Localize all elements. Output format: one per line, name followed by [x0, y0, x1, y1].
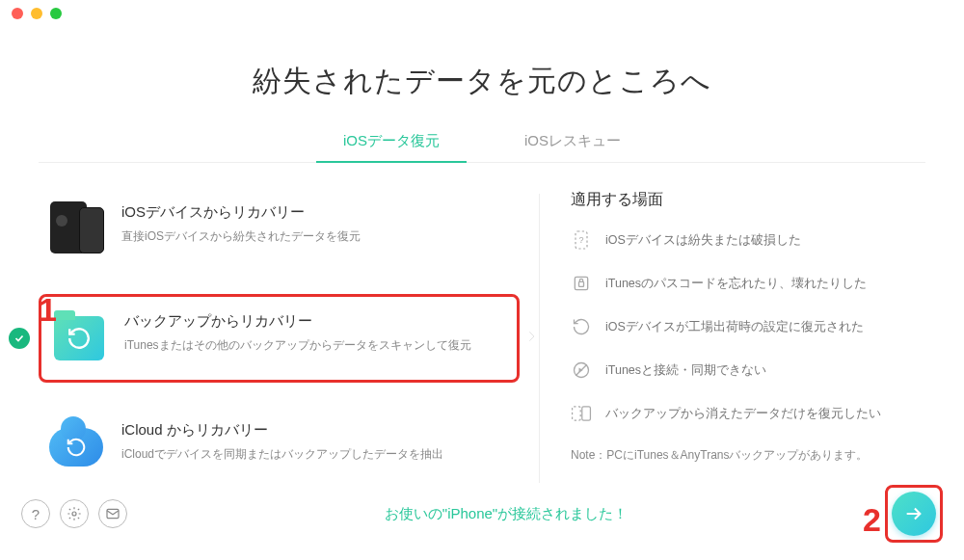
mail-button[interactable] [98, 499, 127, 528]
option-title: バックアップからリカバリー [124, 312, 507, 331]
tab-ios-data-recovery[interactable]: iOSデータ復元 [339, 124, 443, 162]
svg-point-8 [72, 512, 76, 516]
restore-icon [571, 316, 592, 337]
option-recover-from-backup[interactable]: バックアップからリカバリー iTunesまたはその他のバックアップからデータをス… [39, 294, 520, 383]
main-content: iOSデバイスからリカバリー 直接iOSデバイスから紛失されたデータを復元 バッ… [39, 190, 925, 487]
scenario-item: iTunesのパスコードを忘れたり、壊れたりした [571, 273, 925, 294]
partial-backup-icon [571, 403, 592, 424]
scenario-item: ? iOSデバイスは紛失または破損した [571, 229, 925, 251]
scenarios-column: 適用する場面 ? iOSデバイスは紛失または破損した iTunesのパスコードを… [540, 190, 925, 487]
scenario-item: iTunesと接続・同期できない [571, 360, 925, 381]
device-icon [48, 201, 104, 257]
help-button[interactable]: ? [21, 499, 50, 528]
scenarios-note: Note：PCにiTunes＆AnyTransバックアップがあります。 [571, 447, 925, 464]
chevron-right-icon [524, 325, 538, 352]
window-titlebar [0, 0, 964, 27]
tab-bar: iOSデータ復元 iOSレスキュー [39, 124, 925, 163]
connection-status: お使いの"iPhone"が接続されました！ [127, 505, 885, 523]
tab-ios-rescue[interactable]: iOSレスキュー [521, 124, 625, 162]
scenario-text: iOSデバイスは紛失または破損した [605, 232, 801, 249]
close-window-button[interactable] [12, 8, 23, 19]
option-desc: iTunesまたはその他のバックアップからデータをスキャンして復元 [124, 336, 507, 354]
svg-rect-6 [573, 407, 581, 420]
option-title: iCloud からリカバリー [121, 421, 510, 440]
option-title: iOSデバイスからリカバリー [121, 203, 510, 222]
lock-icon [571, 273, 592, 294]
device-missing-icon: ? [571, 229, 592, 251]
backup-folder-icon [51, 310, 107, 366]
next-button[interactable] [892, 492, 936, 536]
annotation-step-2-box [885, 485, 943, 543]
scenario-text: iTunesと接続・同期できない [605, 362, 766, 379]
footer-bar: ? お使いの"iPhone"が接続されました！ [0, 485, 964, 543]
recovery-options-column: iOSデバイスからリカバリー 直接iOSデバイスから紛失されたデータを復元 バッ… [39, 190, 539, 487]
option-recover-from-device[interactable]: iOSデバイスからリカバリー 直接iOSデバイスから紛失されたデータを復元 [39, 190, 520, 269]
scenario-text: バックアップから消えたデータだけを復元したい [605, 406, 881, 422]
scenario-text: iOSデバイスが工場出荷時の設定に復元された [605, 319, 864, 335]
settings-button[interactable] [60, 499, 89, 528]
icloud-icon [48, 419, 104, 475]
option-desc: 直接iOSデバイスから紛失されたデータを復元 [121, 227, 510, 245]
svg-line-5 [576, 364, 587, 376]
scenario-item: iOSデバイスが工場出荷時の設定に復元された [571, 316, 925, 337]
svg-rect-3 [579, 281, 584, 286]
svg-rect-7 [582, 407, 591, 420]
svg-text:?: ? [578, 235, 583, 245]
arrow-right-icon [903, 503, 924, 524]
page-title: 紛失されたデータを元のところへ [0, 62, 964, 101]
scenarios-heading: 適用する場面 [571, 190, 925, 210]
gear-icon [67, 506, 82, 521]
mail-icon [105, 506, 120, 521]
annotation-step-1: 1 [39, 291, 57, 329]
scenario-text: iTunesのパスコードを忘れたり、壊れたりした [605, 276, 867, 292]
selected-check-icon [9, 328, 30, 349]
no-sync-icon [571, 360, 592, 381]
minimize-window-button[interactable] [31, 8, 42, 19]
option-recover-from-icloud[interactable]: iCloud からリカバリー iCloudでデバイスを同期またはバックアップした… [39, 408, 520, 487]
maximize-window-button[interactable] [50, 8, 62, 19]
option-desc: iCloudでデバイスを同期またはバックアップしたデータを抽出 [121, 445, 510, 463]
scenario-item: バックアップから消えたデータだけを復元したい [571, 403, 925, 424]
